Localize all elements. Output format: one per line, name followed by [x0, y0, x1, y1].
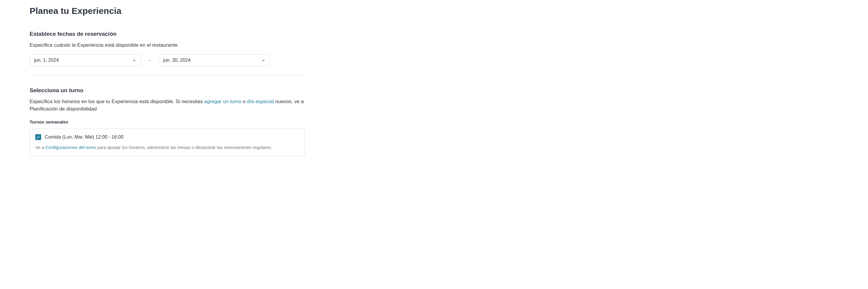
shift-header-row: Comida (Lun, Mar, Mié) 12:00 - 16:00: [35, 134, 299, 140]
add-shift-link[interactable]: agregar un turno: [204, 99, 242, 104]
chevron-down-icon: [133, 59, 136, 62]
section-divider: [30, 75, 305, 75]
chevron-down-icon: [262, 59, 265, 62]
date-separator: -: [147, 58, 153, 63]
dates-heading: Establece fechas de reservación: [30, 31, 305, 37]
special-day-link[interactable]: día especial: [247, 99, 274, 104]
checkmark-icon: [36, 135, 40, 139]
shift-label: Comida (Lun, Mar, Mié) 12:00 - 16:00: [45, 135, 123, 140]
reservation-dates-section: Establece fechas de reservación Especifi…: [30, 31, 305, 75]
shifts-description-or: o: [241, 99, 247, 104]
date-range-row: jun. 1, 2024 - jun. 30, 2024: [30, 55, 305, 66]
select-shift-section: Selecciona un turno Especifica los horar…: [30, 87, 305, 156]
shifts-description-text: Especifica los horarios en los que tu Ex…: [30, 99, 204, 104]
start-date-select[interactable]: jun. 1, 2024: [30, 55, 141, 66]
end-date-value: jun. 30, 2024: [163, 58, 191, 63]
shifts-description: Especifica los horarios en los que tu Ex…: [30, 98, 305, 113]
shift-card: Comida (Lun, Mar, Mié) 12:00 - 16:00 Ve …: [30, 129, 305, 156]
page-title: Planea tu Experiencia: [30, 6, 305, 16]
start-date-value: jun. 1, 2024: [34, 58, 59, 63]
dates-description: Especifica cuándo la Experiencia está di…: [30, 41, 305, 49]
shift-help-prefix: Ve a: [35, 145, 45, 150]
shifts-heading: Selecciona un turno: [30, 87, 305, 94]
end-date-select[interactable]: jun. 30, 2024: [159, 55, 270, 66]
shift-help-suffix: para ajustar los horarios, administrar l…: [96, 145, 271, 150]
shift-checkbox[interactable]: [35, 134, 41, 140]
weekly-shifts-heading: Turnos semanales: [30, 119, 305, 124]
shift-help-text: Ve a Configuraciones del turno para ajus…: [35, 144, 299, 150]
shift-settings-link[interactable]: Configuraciones del turno: [45, 145, 96, 150]
